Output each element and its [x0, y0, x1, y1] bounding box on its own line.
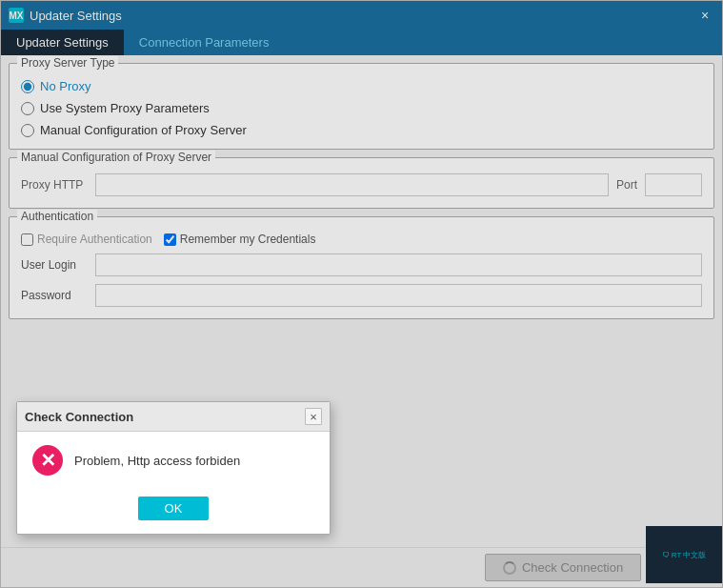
dialog-close-button[interactable]: × — [305, 408, 322, 425]
main-window: MX Updater Settings × Updater Settings C… — [0, 0, 723, 588]
dialog-title: Check Connection — [25, 410, 133, 424]
dialog-title-bar: Check Connection × — [17, 402, 330, 432]
dialog-message: Problem, Http access forbiden — [74, 454, 240, 468]
dialog-content: ✕ Problem, Http access forbiden — [17, 432, 330, 489]
error-icon: ✕ — [32, 445, 63, 476]
dialog-ok-button[interactable]: OK — [138, 497, 210, 520]
dialog-footer: OK — [17, 489, 330, 534]
check-connection-dialog: Check Connection × ✕ Problem, Http acces… — [16, 401, 331, 535]
